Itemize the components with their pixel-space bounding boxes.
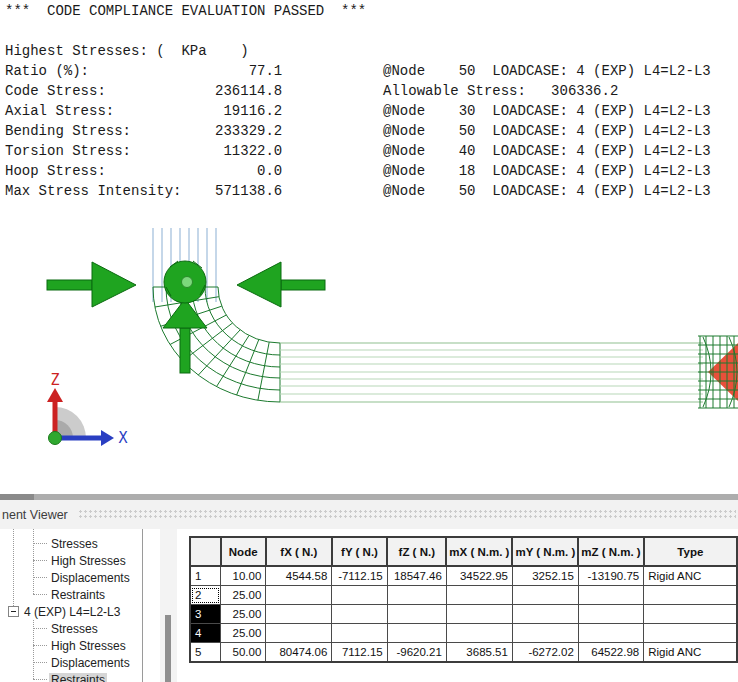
results-tree[interactable]: Stresses High Stresses Displacements Res… (0, 529, 143, 682)
app-window: *** CODE COMPLIANCE EVALUATION PASSED **… (0, 0, 738, 682)
node-sphere (164, 261, 206, 303)
row-header[interactable]: 5 (190, 643, 221, 663)
tree-item-high-stresses[interactable]: High Stresses (0, 552, 142, 569)
code-compliance-report: *** CODE COMPLIANCE EVALUATION PASSED **… (5, 1, 711, 201)
row-header[interactable]: 2 (190, 586, 221, 605)
arrow-left-to-right (47, 262, 136, 307)
tree-item-displacements[interactable]: Displacements (0, 654, 142, 671)
arrow-up (163, 299, 207, 373)
tree-item-stresses[interactable]: Stresses (0, 620, 142, 637)
viewer-panel-header: nent Viewer (0, 500, 738, 529)
col-header-fx[interactable]: fX ( N.) (266, 537, 332, 566)
scrollbar-thumb[interactable] (165, 615, 171, 682)
origin-ball (49, 432, 62, 445)
col-header-blank[interactable] (190, 537, 221, 566)
pipe-run-lines (280, 343, 703, 402)
tree-scrollbar[interactable] (160, 529, 177, 682)
tree-item-restraints[interactable]: Restraints (0, 586, 142, 603)
grid-row-selected: 4 25.00 -85018.64 -0.00 0.00 0.00 -0.00 … (190, 624, 737, 643)
col-header-my[interactable]: mY ( N.m. ) (512, 537, 578, 566)
elbow-mesh (153, 287, 280, 402)
grid-header-row: Node fX ( N.) fY ( N.) fZ ( N.) mX ( N.m… (190, 537, 737, 566)
col-header-mx[interactable]: mX ( N.m. ) (446, 537, 512, 566)
col-header-mz[interactable]: mZ ( N.m. ) (578, 537, 643, 566)
col-header-type[interactable]: Type (644, 537, 737, 566)
axis-z-label: Z (50, 371, 59, 389)
restraint-forces-grid: Node fX ( N.) fY ( N.) fZ ( N.) mX ( N.m… (189, 536, 738, 663)
row-header[interactable]: 4 (190, 624, 221, 643)
end-anchor-assembly (698, 336, 738, 408)
axis-x-label: X (118, 429, 127, 447)
panel-grip-texture (78, 509, 736, 520)
grid-row-selected: 3 25.00 0.00 -0.00 0.00 0.00 -0.00 0.00 … (190, 605, 737, 624)
panel-title: nent Viewer (0, 508, 68, 522)
tree-item-loadcase-4[interactable]: 4 (EXP) L4=L2-L3 (0, 603, 142, 620)
col-header-fy[interactable]: fY ( N.) (332, 537, 387, 566)
col-header-fz[interactable]: fZ ( N.) (387, 537, 446, 566)
arrow-right-to-left (237, 262, 325, 307)
tree-item-stresses[interactable]: Stresses (0, 535, 142, 552)
col-header-node[interactable]: Node (221, 537, 266, 566)
row-header[interactable]: 3 (190, 605, 221, 624)
tree-item-high-stresses[interactable]: High Stresses (0, 637, 142, 654)
grid-row-selected: 2 25.00 0.00 -0.00 -8927.25 0.00 -0.00 0… (190, 586, 737, 605)
grid-row: 5 50.00 80474.06 7112.15 -9620.21 3685.5… (190, 643, 737, 663)
pipe-3d-viewport[interactable]: Z X (0, 195, 738, 495)
collapse-icon[interactable] (8, 606, 19, 617)
grid-row: 1 10.00 4544.58 -7112.15 18547.46 34522.… (190, 566, 737, 586)
row-header[interactable]: 1 (190, 566, 221, 586)
axis-triad: Z X (47, 371, 128, 447)
tree-item-displacements[interactable]: Displacements (0, 569, 142, 586)
tree-item-restraints-selected[interactable]: Restraints (0, 671, 142, 682)
